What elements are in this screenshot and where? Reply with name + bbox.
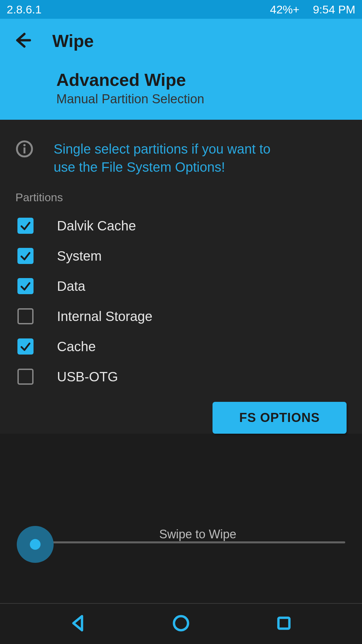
info-text: Single select partitions if you want to … (54, 140, 288, 176)
partition-label: Cache (57, 339, 96, 354)
partition-row[interactable]: Cache (15, 331, 347, 362)
swipe-knob-inner (30, 539, 41, 550)
fs-options-button[interactable]: FS OPTIONS (213, 402, 347, 434)
nav-home-icon[interactable] (172, 614, 190, 634)
info-icon (15, 140, 34, 159)
partition-label: USB-OTG (57, 369, 118, 384)
version-label: 2.8.6.1 (7, 3, 42, 16)
checkbox-unchecked-icon[interactable] (17, 369, 34, 385)
page-header: Wipe Advanced Wipe Manual Partition Sele… (0, 19, 362, 120)
checkbox-checked-icon[interactable] (17, 278, 34, 294)
page-description: Manual Partition Selection (56, 92, 349, 106)
partition-label: Dalvik Cache (57, 218, 136, 233)
time-label: 9:54 PM (313, 3, 355, 16)
info-row: Single select partitions if you want to … (15, 140, 347, 176)
status-bar: 2.8.6.1 42%+ 9:54 PM (0, 0, 362, 19)
status-right: 42%+ 9:54 PM (270, 3, 355, 16)
partition-row[interactable]: Internal Storage (15, 301, 347, 331)
checkbox-checked-icon[interactable] (17, 248, 34, 264)
checkbox-unchecked-icon[interactable] (17, 308, 34, 324)
header-subsection: Advanced Wipe Manual Partition Selection (56, 70, 349, 106)
content-area: Single select partitions if you want to … (0, 120, 362, 434)
back-arrow-icon[interactable] (13, 31, 32, 51)
android-nav-bar (0, 603, 362, 644)
partition-label: Internal Storage (57, 309, 153, 324)
svg-rect-4 (278, 618, 289, 629)
page-subtitle: Advanced Wipe (56, 70, 349, 90)
swipe-to-wipe-slider[interactable]: Swipe to Wipe (0, 521, 362, 565)
partition-row[interactable]: Data (15, 271, 347, 301)
checkbox-checked-icon[interactable] (17, 218, 34, 234)
fs-options-wrap: FS OPTIONS (15, 402, 347, 434)
nav-recents-icon[interactable] (275, 614, 293, 634)
page-title: Wipe (52, 31, 94, 51)
partition-row[interactable]: USB-OTG (15, 362, 347, 392)
partition-row[interactable]: System (15, 241, 347, 271)
partition-row[interactable]: Dalvik Cache (15, 211, 347, 241)
swipe-knob[interactable] (17, 526, 54, 563)
svg-rect-2 (23, 148, 25, 154)
partition-label: System (57, 249, 102, 264)
svg-point-3 (174, 616, 188, 630)
swipe-label: Swipe to Wipe (17, 527, 362, 541)
swipe-track (37, 541, 345, 543)
partition-list: Dalvik CacheSystemDataInternal StorageCa… (15, 211, 347, 392)
battery-label: 42%+ (270, 3, 299, 16)
svg-point-1 (23, 144, 26, 146)
partitions-section-label: Partitions (15, 191, 347, 204)
checkbox-checked-icon[interactable] (17, 338, 34, 355)
nav-back-icon[interactable] (69, 614, 87, 634)
partition-label: Data (57, 279, 85, 294)
header-top-row: Wipe (13, 28, 349, 54)
